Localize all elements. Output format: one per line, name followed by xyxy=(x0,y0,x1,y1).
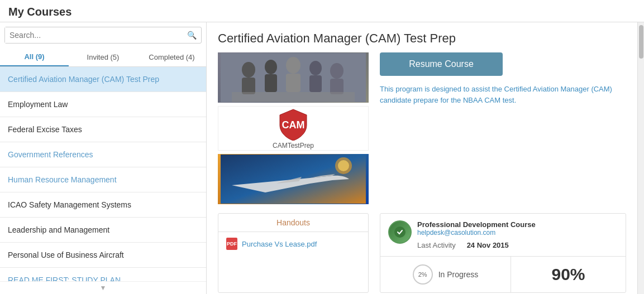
search-input[interactable] xyxy=(5,27,183,43)
provider-info: Professional Development Course helpdesk… xyxy=(380,214,626,257)
svg-rect-11 xyxy=(232,92,355,102)
bottom-row: Handouts PDF Purchase Vs Lease.pdf xyxy=(218,213,626,293)
svg-point-9 xyxy=(330,63,344,79)
search-button[interactable]: 🔍 xyxy=(183,27,201,43)
course-item[interactable]: Government References xyxy=(0,142,206,167)
course-title: Certified Aviation Manager (CAM) Test Pr… xyxy=(207,22,637,52)
handouts-section: Handouts PDF Purchase Vs Lease.pdf xyxy=(218,213,369,293)
course-info: Resume Course This program is designed t… xyxy=(380,52,626,204)
scrollbar-thumb[interactable] xyxy=(639,25,643,59)
handout-item: PDF Purchase Vs Lease.pdf xyxy=(218,232,368,256)
svg-text:CAM: CAM xyxy=(282,119,305,131)
svg-point-3 xyxy=(265,60,277,74)
course-item[interactable]: ICAO Safety Management Systems xyxy=(0,192,206,218)
content-area: Certified Aviation Manager (CAM) Test Pr… xyxy=(207,22,637,294)
course-image-plane xyxy=(218,154,369,204)
course-item[interactable]: Federal Excise Taxes xyxy=(0,117,206,142)
provider-text: Professional Development Course helpdesk… xyxy=(417,220,536,249)
course-body: CAM CAMTestPrep xyxy=(207,52,637,213)
svg-point-5 xyxy=(286,57,300,74)
course-item[interactable]: Employment Law xyxy=(0,92,206,117)
progress-circle: 2% xyxy=(413,264,433,285)
handout-link[interactable]: Purchase Vs Lease.pdf xyxy=(242,240,317,248)
tab-bar: All (9) Invited (5) Completed (4) xyxy=(0,48,206,67)
last-activity-label: Last Activity xyxy=(417,241,456,249)
svg-point-16 xyxy=(394,226,406,238)
provider-progress-block: Professional Development Course helpdesk… xyxy=(380,213,626,293)
provider-title: Professional Development Course xyxy=(417,220,536,229)
resume-course-button[interactable]: Resume Course xyxy=(380,52,503,76)
handouts-title: Handouts xyxy=(218,214,368,232)
course-item[interactable]: Personal Use of Business Aircraft xyxy=(0,243,206,268)
tab-invited[interactable]: Invited (5) xyxy=(69,48,137,66)
svg-point-7 xyxy=(309,61,322,75)
search-bar: 🔍 xyxy=(4,27,202,44)
progress-status: 2% In Progress xyxy=(380,257,511,292)
last-activity: Last Activity 24 Nov 2015 xyxy=(417,241,536,249)
svg-rect-6 xyxy=(286,74,300,92)
course-item[interactable]: Leadership and Management xyxy=(0,218,206,243)
course-images: CAM CAMTestPrep xyxy=(218,52,369,204)
course-item[interactable]: Human Resource Management xyxy=(0,167,206,192)
scrollbar[interactable] xyxy=(637,22,644,294)
course-image-logo: CAM CAMTestPrep xyxy=(218,106,369,151)
tab-completed[interactable]: Completed (4) xyxy=(137,48,206,66)
svg-rect-2 xyxy=(242,78,255,94)
course-description: This program is designed to assist the C… xyxy=(380,84,626,105)
svg-rect-10 xyxy=(330,79,344,94)
svg-point-15 xyxy=(338,160,349,171)
page-title: My Courses xyxy=(0,0,644,22)
provider-email: helpdesk@casolution.com xyxy=(417,229,536,237)
last-activity-date: 24 Nov 2015 xyxy=(467,241,509,249)
course-image-people xyxy=(218,52,369,103)
course-item[interactable]: READ ME FIRST: STUDY PLAN xyxy=(0,268,206,281)
progress-bar-row: 2% In Progress 90% xyxy=(380,257,626,292)
provider-icon xyxy=(388,220,412,244)
svg-point-1 xyxy=(242,62,255,78)
course-item[interactable]: Certified Aviation Manager (CAM) Test Pr… xyxy=(0,67,206,92)
sidebar: 🔍 All (9) Invited (5) Completed (4) Cert… xyxy=(0,22,207,294)
tab-all[interactable]: All (9) xyxy=(0,48,69,66)
progress-percent: 90% xyxy=(511,257,626,292)
svg-rect-4 xyxy=(265,74,277,92)
pdf-icon: PDF xyxy=(226,238,237,250)
svg-rect-8 xyxy=(309,75,322,92)
course-list: Certified Aviation Manager (CAM) Test Pr… xyxy=(0,67,206,281)
in-progress-label: In Progress xyxy=(438,270,479,279)
scroll-down-arrow[interactable]: ▼ xyxy=(0,281,206,294)
